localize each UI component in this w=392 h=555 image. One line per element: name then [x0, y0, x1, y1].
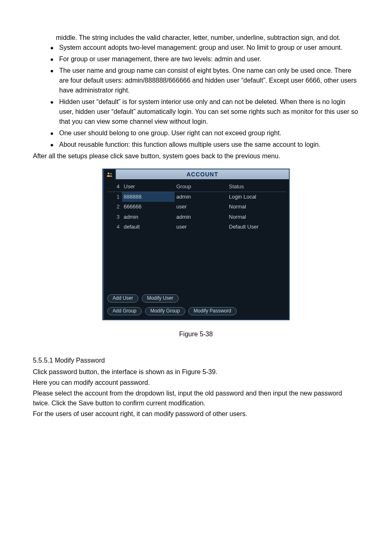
table-row[interactable]: 3 admin admin Normal — [107, 212, 286, 222]
col-group: Group — [175, 182, 227, 192]
account-dialog: ACCOUNT 4 User Group Status 1 — [102, 169, 290, 320]
list-item-text: The user name and group name can consist… — [59, 66, 359, 95]
dialog-title: ACCOUNT — [116, 169, 289, 179]
table-row[interactable]: 2 666666 user Normal — [107, 202, 286, 212]
after-bullets-text: After all the setups please click save b… — [33, 151, 359, 161]
cell: admin — [175, 192, 227, 202]
modify-group-button[interactable]: Modify Group — [145, 307, 185, 315]
account-table: 4 User Group Status 1 888888 admin Login… — [107, 182, 286, 232]
paragraph: Click password button, the interface is … — [33, 367, 359, 377]
table-spacer — [107, 232, 286, 290]
modify-user-button[interactable]: Modify User — [142, 294, 179, 303]
cell: 1 — [107, 192, 122, 202]
list-item: ● For group or user management, there ar… — [50, 54, 359, 64]
cell: Login Local — [227, 192, 286, 202]
lead-in-text: middle. The string includes the valid ch… — [56, 33, 359, 43]
bullet-icon: ● — [50, 128, 59, 138]
paragraph: Here you can modify account password. — [33, 378, 359, 388]
bullet-icon: ● — [50, 66, 59, 76]
list-item-text: For group or user management, there are … — [59, 54, 359, 64]
cell: 666666 — [122, 202, 175, 212]
cell: default — [122, 222, 175, 232]
figure-caption: Figure 5-38 — [33, 329, 359, 339]
cell: user — [175, 202, 227, 212]
paragraph: Please select the account from the dropd… — [33, 388, 359, 408]
svg-point-0 — [108, 173, 109, 174]
cell: user — [175, 222, 227, 232]
bullet-icon: ● — [50, 97, 59, 107]
table-row[interactable]: 4 default user Default User — [107, 222, 286, 232]
col-count: 4 — [107, 182, 122, 192]
account-table-wrap: 4 User Group Status 1 888888 admin Login… — [104, 179, 289, 291]
figure-wrap: ACCOUNT 4 User Group Status 1 — [33, 169, 359, 339]
col-user: User — [122, 182, 175, 192]
cell: 888888 — [122, 192, 175, 202]
account-icon — [104, 169, 116, 179]
paragraph: For the users of user account right, it … — [33, 409, 359, 419]
page: middle. The string includes the valid ch… — [0, 0, 392, 555]
section-heading: 5.5.5.1 Modify Password — [33, 356, 359, 365]
svg-point-1 — [110, 173, 112, 175]
modify-password-button[interactable]: Modify Password — [188, 307, 236, 315]
cell: 4 — [107, 222, 122, 232]
table-row[interactable]: 1 888888 admin Login Local — [107, 192, 286, 202]
list-item: ● System account adopts two-level manage… — [50, 43, 359, 53]
list-item-text: System account adopts two-level manageme… — [59, 43, 359, 53]
bullet-list: ● System account adopts two-level manage… — [50, 43, 359, 150]
list-item: ● About reusable function: this function… — [50, 140, 359, 150]
cell: admin — [175, 212, 227, 222]
add-user-button[interactable]: Add User — [107, 294, 138, 303]
list-item: ● The user name and group name can consi… — [50, 66, 359, 95]
bullet-icon: ● — [50, 43, 59, 53]
button-row-2: Add Group Modify Group Modify Password — [104, 307, 289, 319]
dialog-header: ACCOUNT — [104, 169, 289, 179]
list-item-text: Hidden user “default” is for system inte… — [59, 97, 359, 127]
cell: 2 — [107, 202, 122, 212]
cell: Normal — [227, 202, 286, 212]
cell: 3 — [107, 212, 122, 222]
bullet-icon: ● — [50, 140, 59, 150]
col-status: Status — [227, 182, 286, 192]
cell: Default User — [227, 222, 286, 232]
bullet-icon: ● — [50, 54, 59, 64]
list-item-text: About reusable function: this function a… — [59, 140, 359, 150]
list-item: ● Hidden user “default” is for system in… — [50, 97, 359, 127]
cell: admin — [122, 212, 175, 222]
list-item-text: One user should belong to one group. Use… — [59, 128, 359, 138]
cell: Normal — [227, 212, 286, 222]
add-group-button[interactable]: Add Group — [107, 307, 142, 315]
list-item: ● One user should belong to one group. U… — [50, 128, 359, 138]
button-row-1: Add User Modify User — [104, 291, 289, 307]
